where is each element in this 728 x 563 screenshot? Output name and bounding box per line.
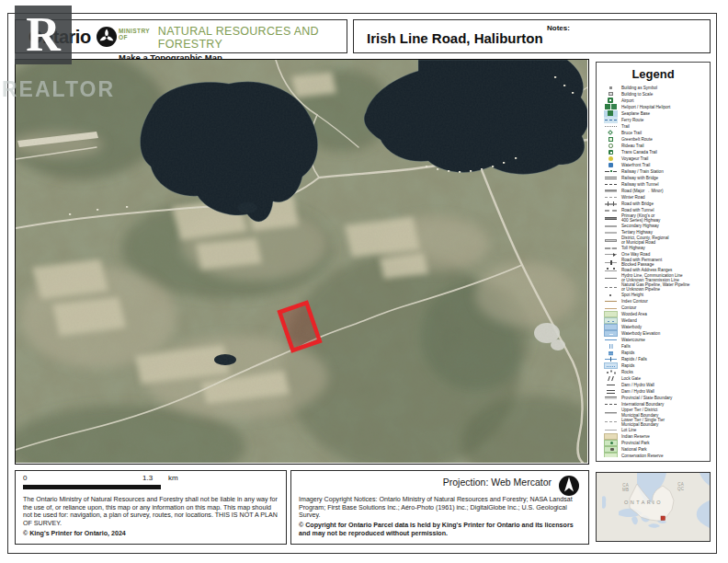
legend-item: District, County, Regional or Municipal … xyxy=(604,236,707,245)
legend-item-label: Greenbelt Route xyxy=(621,137,653,142)
legend-item-icon xyxy=(604,155,618,162)
location-marker xyxy=(661,516,665,521)
legend-item-label: Secondary Highway xyxy=(621,224,659,228)
legend-item-label: Road (Major → Minor) xyxy=(621,189,663,193)
legend-item-icon xyxy=(604,181,618,188)
legend-item: Road with Permanent Blocked Passage xyxy=(604,258,707,267)
legend-item: Dam / Hydro Wall xyxy=(604,382,707,388)
legend-item-icon xyxy=(604,419,618,425)
footer-disclaimer-box: 0 1.3 km The Ontario Ministry of Natural… xyxy=(15,470,287,545)
legend-item: Dam / Hydro Wall xyxy=(604,388,707,395)
legend-item-icon xyxy=(604,311,618,317)
legend-item-icon xyxy=(604,409,618,416)
legend-item-label: Railway with Bridge xyxy=(621,176,658,180)
legend-item-label: Wetland xyxy=(621,318,637,323)
legend-item-icon xyxy=(604,123,618,130)
legend-item-icon xyxy=(604,317,618,324)
locator-inset-map: CA MB CA QC ONTARIO xyxy=(596,472,711,542)
legend-item-label: Rapids xyxy=(621,363,634,368)
legend-item-label: Hydro Line, Communication Line or Unknow… xyxy=(621,273,683,282)
map-sheet: R REALTOR Ontario MINISTRY OF NATURAL RE… xyxy=(0,0,728,563)
legend-item: Provincial Park xyxy=(604,440,707,446)
terrain-grain xyxy=(16,60,587,463)
legend-item: Upper Tier / District Municipal Boundary xyxy=(604,408,707,417)
legend-item: Road with Address Ranges xyxy=(604,267,707,273)
map-canvas xyxy=(15,59,589,465)
legend-item-icon xyxy=(604,304,618,311)
legend-item: Heliport / Hospital Heliport xyxy=(604,104,707,110)
legend-item: Greenbelt Route xyxy=(604,136,707,143)
legend-item-label: Road with Permanent Blocked Passage xyxy=(621,258,662,267)
legend-item-label: International Boundary xyxy=(621,402,664,407)
inset-label-mb: CA MB xyxy=(622,483,629,493)
legend-items: Building as Symbol Building to Scale Air… xyxy=(604,85,707,457)
scale-bar xyxy=(23,485,161,489)
legend-item-label: Toll Highway xyxy=(621,246,645,250)
legend-item-icon xyxy=(604,85,618,91)
legend-item-label: Tertiary Highway xyxy=(621,230,653,235)
legend-item-label: Voyageur Trail xyxy=(621,156,648,161)
parcel-copyright-text: © Copyright for Ontario Parcel data is h… xyxy=(299,522,581,537)
north-arrow-icon xyxy=(557,474,581,498)
legend-item-icon xyxy=(604,162,618,168)
legend-item: Conservation Reserve xyxy=(604,453,707,457)
legend-item-icon xyxy=(604,168,618,175)
legend-item-label: Watercourse xyxy=(621,338,645,342)
legend-item-label: Road with Address Ranges xyxy=(621,268,672,272)
legend-item-icon xyxy=(604,292,618,298)
ministry-prefix: MINISTRY OF xyxy=(119,25,154,40)
scale-end-label: 1.3 xyxy=(142,474,153,482)
legend-item-icon xyxy=(604,330,618,337)
legend-item: Natural Gas Pipeline, Water Pipeline or … xyxy=(604,282,707,292)
legend-item: Waterbody xyxy=(604,324,707,330)
legend-item-label: Waterbody xyxy=(621,325,642,329)
legend-item: Rapids / Falls xyxy=(604,356,707,362)
legend-item-label: Rapids / Falls xyxy=(621,357,647,362)
legend-item: Trans Canada Trail xyxy=(604,149,707,155)
legend-item-icon xyxy=(604,194,618,201)
legend-item-label: Seaplane Base xyxy=(621,111,650,116)
projection-label: Projection: Web Mercator xyxy=(443,477,552,488)
legend-item-label: Dam / Hydro Wall xyxy=(621,383,654,387)
legend-item-icon xyxy=(604,130,618,136)
legend-item-icon xyxy=(604,369,618,375)
legend-item-label: Indian Reserve xyxy=(621,434,650,439)
legend-item-icon xyxy=(604,223,618,229)
legend-item-label: Rocks xyxy=(621,370,633,374)
legend-item-label: Upper Tier / District Municipal Boundary xyxy=(621,408,658,417)
legend-item-label: Railway / Train Station xyxy=(621,169,664,174)
legend-item: Lot Line xyxy=(604,427,707,433)
legend-item-icon xyxy=(604,446,618,453)
legend-item-label: Ferry Route xyxy=(621,118,643,122)
legend-item-icon xyxy=(604,136,618,143)
legend-item: National Park xyxy=(604,446,707,453)
legend-item-label: Wooded Area xyxy=(621,312,647,316)
legend-item-icon xyxy=(604,267,618,273)
legend-item: Road with Tunnel xyxy=(604,207,707,213)
legend-item-icon xyxy=(604,375,618,382)
legend-item: Spot Height xyxy=(604,292,707,298)
legend-item: Primary (King's or 400 Series) Highway xyxy=(604,213,707,223)
legend-item: Winter Road xyxy=(604,194,707,201)
legend-item-icon xyxy=(604,149,618,155)
legend-item: Waterfront Trail xyxy=(604,162,707,168)
realtor-watermark-text: REALTOR xyxy=(2,77,115,102)
legend-item: One Way Road xyxy=(604,251,707,258)
legend-item: Trail xyxy=(604,123,707,130)
legend-item-icon xyxy=(604,245,618,251)
legend-item-icon xyxy=(604,91,618,98)
legend-item-label: District, County, Regional or Municipal … xyxy=(621,236,669,245)
legend-item-icon xyxy=(604,298,618,304)
legend-item-icon xyxy=(604,251,618,258)
legend-item-icon xyxy=(604,104,618,110)
footer-notices-box: Projection: Web Mercator Imagery Copyrig… xyxy=(290,470,589,545)
legend-item-icon xyxy=(604,337,618,343)
legend-item-icon xyxy=(604,324,618,330)
legend-item-label: Waterbody Elevation xyxy=(621,331,660,336)
legend-item: Railway / Train Station xyxy=(604,168,707,175)
aerial-imagery xyxy=(16,60,587,463)
legend-item-icon xyxy=(604,395,618,401)
legend-item-label: Rideau Trail xyxy=(621,144,644,148)
legend-item-icon xyxy=(604,440,618,446)
legend-item: Road with Bridge xyxy=(604,201,707,207)
